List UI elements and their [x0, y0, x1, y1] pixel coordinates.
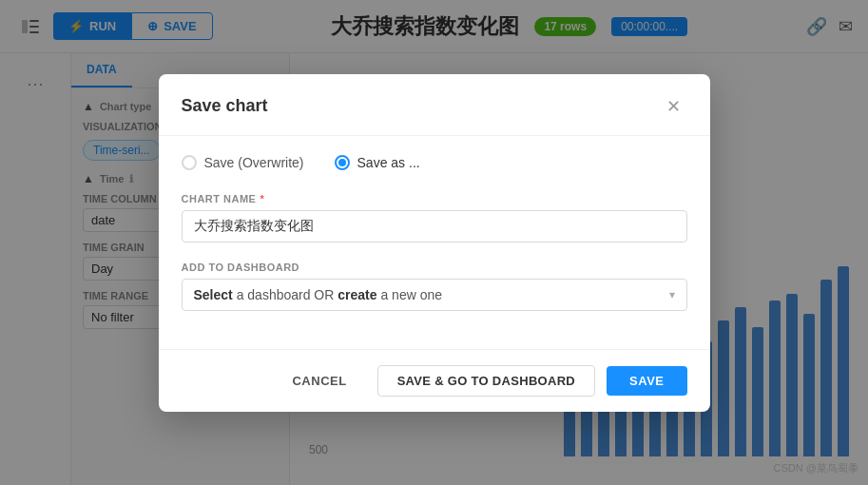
select-arrow-icon: ▾	[669, 288, 675, 301]
radio-overwrite-circle	[182, 155, 197, 170]
modal-body: Save (Overwrite) Save as ... CHART NAME …	[159, 136, 710, 349]
dashboard-select[interactable]: Select a dashboard OR create a new one ▾	[182, 279, 687, 311]
cancel-button[interactable]: CANCEL	[273, 366, 365, 396]
radio-overwrite[interactable]: Save (Overwrite)	[182, 155, 304, 170]
save-button[interactable]: SAVE	[607, 366, 686, 396]
modal-overlay: Save chart ✕ Save (Overwrite) Save as ..…	[0, 0, 868, 485]
save-radio-group: Save (Overwrite) Save as ...	[182, 155, 687, 170]
modal-footer: CANCEL SAVE & GO TO DASHBOARD SAVE	[159, 350, 710, 412]
dashboard-label: ADD TO DASHBOARD	[182, 262, 687, 273]
chart-name-field: CHART NAME *	[182, 193, 687, 242]
dashboard-select-text: Select a dashboard OR create a new one	[194, 287, 443, 302]
modal-title: Save chart	[182, 96, 268, 116]
radio-overwrite-label: Save (Overwrite)	[204, 155, 304, 170]
radio-saveas-label: Save as ...	[357, 155, 420, 170]
dashboard-field: ADD TO DASHBOARD Select a dashboard OR c…	[182, 262, 687, 311]
chart-name-input[interactable]	[182, 210, 687, 242]
chart-name-label: CHART NAME *	[182, 193, 687, 204]
modal-header: Save chart ✕	[159, 74, 710, 136]
radio-saveas[interactable]: Save as ...	[335, 155, 420, 170]
radio-saveas-circle	[335, 155, 350, 170]
required-star: *	[260, 193, 264, 204]
save-dashboard-button[interactable]: SAVE & GO TO DASHBOARD	[377, 365, 595, 397]
save-chart-modal: Save chart ✕ Save (Overwrite) Save as ..…	[159, 74, 710, 412]
modal-close-button[interactable]: ✕	[661, 93, 687, 120]
